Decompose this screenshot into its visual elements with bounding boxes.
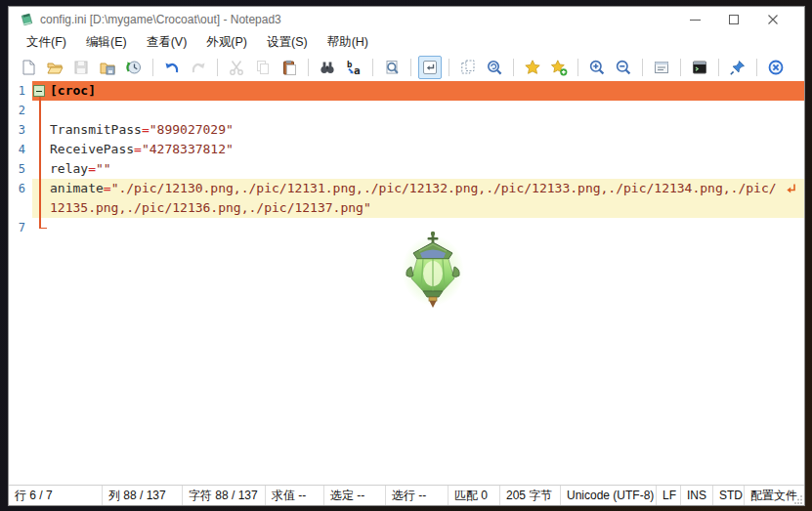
toolbar-separator — [217, 59, 218, 76]
code-line[interactable]: 12135.png,./pic/12136.png,./pic/12137.pn… — [9, 198, 804, 218]
resize-grip[interactable] — [793, 494, 803, 504]
undo-button[interactable] — [160, 56, 184, 79]
maximize-button[interactable] — [714, 7, 753, 32]
status-line[interactable]: 行 6 / 7 — [9, 486, 103, 505]
scheme-settings-button[interactable] — [650, 56, 673, 79]
find-icon — [319, 59, 336, 76]
zoom-out-button[interactable] — [612, 56, 635, 79]
save-as-button[interactable] — [96, 56, 119, 79]
window-title: config.ini [D:\mygame\Crocoat\out] - Not… — [40, 13, 281, 26]
line-number: 6 — [9, 179, 32, 198]
reset-zoom-icon — [486, 59, 503, 76]
fold-line-end — [39, 228, 47, 230]
fold-margin — [32, 120, 48, 140]
redo-icon — [190, 59, 207, 76]
svg-text:b: b — [347, 60, 353, 69]
maximize-icon — [729, 15, 739, 24]
toolbar-separator — [152, 59, 153, 76]
status-mode[interactable]: STD — [713, 486, 745, 505]
notepad3-logo-icon — [19, 12, 34, 27]
minimize-button[interactable] — [675, 7, 714, 32]
code-line[interactable]: 4ReceivePass="4278337812" — [9, 140, 804, 159]
exit-button[interactable] — [764, 56, 788, 79]
fold-collapse-icon[interactable] — [33, 85, 45, 97]
open-file-icon — [46, 59, 64, 76]
fold-margin[interactable] — [32, 81, 48, 101]
fold-line — [39, 140, 41, 159]
status-encoding[interactable]: Unicode (UTF-8) — [561, 486, 657, 505]
close-button[interactable] — [753, 7, 792, 32]
favorites-button[interactable] — [521, 56, 544, 79]
status-matches[interactable]: 匹配 0 — [449, 486, 500, 505]
redo-button[interactable] — [187, 56, 210, 79]
status-insert-mode[interactable]: INS — [681, 486, 713, 505]
toolbar-separator — [372, 59, 373, 76]
menu-file[interactable]: 文件(F) — [17, 32, 76, 53]
code-text — [48, 101, 804, 120]
copy-icon — [254, 59, 272, 76]
code-text: TransmitPass="899027029" — [48, 120, 804, 140]
menu-appearance[interactable]: 外观(P) — [196, 32, 257, 53]
code-line[interactable]: 5relay="" — [9, 159, 804, 179]
status-size[interactable]: 205 字节 — [500, 486, 561, 505]
code-line[interactable]: 3TransmitPass="899027029" — [9, 120, 804, 140]
code-line[interactable]: 1[croc] — [9, 81, 804, 101]
close-icon — [767, 14, 779, 25]
replace-button[interactable]: ba — [342, 56, 365, 79]
menu-view[interactable]: 查看(V) — [137, 32, 197, 53]
find-button[interactable] — [316, 56, 339, 79]
find-in-files-icon — [383, 59, 401, 76]
zoom-in-button[interactable] — [585, 56, 609, 79]
menu-help[interactable]: 帮助(H) — [318, 32, 378, 53]
code-text: 12135.png,./pic/12136.png,./pic/12137.pn… — [48, 198, 804, 218]
revert-icon — [125, 59, 143, 76]
paste-icon — [280, 59, 298, 76]
title-bar[interactable]: config.ini [D:\mygame\Crocoat\out] - Not… — [9, 7, 804, 32]
menu-settings[interactable]: 设置(S) — [257, 32, 318, 53]
indent-guides-button[interactable] — [456, 56, 480, 79]
status-eol[interactable]: LF — [657, 486, 681, 505]
code-line[interactable]: 6animate="./pic/12130.png,./pic/12131.pn… — [9, 179, 804, 198]
indent-guides-icon — [459, 59, 477, 76]
open-file-button[interactable] — [43, 56, 66, 79]
desktop-background: config.ini [D:\mygame\Crocoat\out] - Not… — [0, 0, 812, 511]
fold-margin — [32, 179, 48, 198]
pin-on-top-button[interactable] — [726, 56, 749, 79]
add-favorite-button[interactable] — [547, 56, 571, 79]
reset-zoom-button[interactable] — [483, 56, 506, 79]
revert-button[interactable] — [122, 56, 146, 79]
current-line-band: 12135.png,./pic/12136.png,./pic/12137.pn… — [32, 198, 804, 218]
favorites-icon — [524, 59, 541, 76]
word-wrap-button[interactable] — [418, 56, 442, 79]
pin-on-top-icon — [729, 59, 747, 76]
code-line-body — [32, 101, 804, 120]
editor-area[interactable]: 1[croc]23TransmitPass="899027029"4Receiv… — [9, 81, 804, 485]
status-bar: 行 6 / 7列 88 / 137字符 88 / 137求值 --选定 --选行… — [9, 485, 804, 505]
status-sel-lines[interactable]: 选行 -- — [386, 486, 449, 505]
toolbar-separator — [642, 59, 643, 76]
toolbar-separator — [756, 59, 757, 76]
window-controls — [675, 7, 804, 32]
menu-edit[interactable]: 编辑(E) — [76, 32, 137, 53]
replace-icon: ba — [345, 59, 363, 76]
current-line-band: animate="./pic/12130.png,./pic/12131.png… — [32, 179, 804, 198]
status-chars[interactable]: 字符 88 / 137 — [183, 486, 266, 505]
line-number: 4 — [9, 140, 32, 159]
status-column[interactable]: 列 88 / 137 — [103, 486, 183, 505]
copy-button[interactable] — [251, 56, 275, 79]
status-eval[interactable]: 求值 -- — [266, 486, 324, 505]
fold-line — [39, 101, 41, 120]
paste-button[interactable] — [278, 56, 301, 79]
minimize-icon — [690, 20, 701, 21]
run-console-button[interactable] — [688, 56, 711, 79]
toolbar-separator — [410, 59, 411, 76]
toolbar-separator — [513, 59, 514, 76]
new-file-button[interactable] — [17, 56, 40, 79]
find-in-files-button[interactable] — [380, 56, 404, 79]
code-line[interactable]: 2 — [9, 101, 804, 120]
fold-line — [39, 198, 41, 218]
cut-icon — [228, 59, 245, 76]
status-selection[interactable]: 选定 -- — [324, 486, 386, 505]
cut-button[interactable] — [225, 56, 248, 79]
save-file-button[interactable] — [69, 56, 93, 79]
